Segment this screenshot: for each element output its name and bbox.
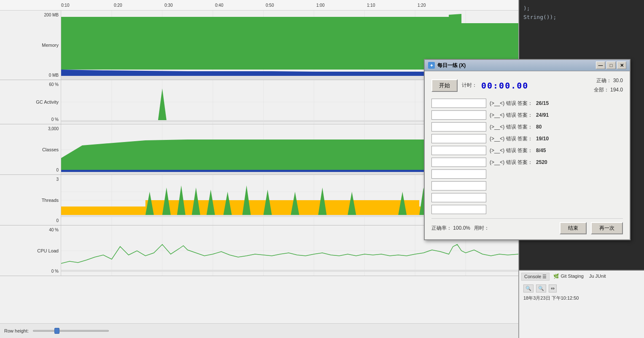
dialog-title: 每日一练 (X) <box>437 62 466 69</box>
threads-y-top: 3 <box>56 177 59 182</box>
row-height-label: Row height: <box>4 328 29 333</box>
minimize-button[interactable]: — <box>596 62 605 69</box>
again-button[interactable]: 再一次 <box>591 222 623 234</box>
console-tabs: Console ☰ 🌿 Git Staging Ju JUnit <box>521 273 642 281</box>
row-height-slider[interactable] <box>33 330 109 332</box>
gc-label: GC Activity <box>36 99 59 105</box>
memory-label: Memory <box>42 43 59 48</box>
question-answer-0: 26/15 <box>536 100 549 106</box>
code-content: ); String()); <box>523 4 640 22</box>
cpu-y-top: 40 % <box>49 228 59 232</box>
answer-input-1[interactable] <box>431 110 486 120</box>
collapse-btn[interactable]: ⇔ <box>549 284 557 292</box>
question-operator-2: (>__<) 错误 答案： <box>490 123 533 131</box>
accuracy-label: 正确率： <box>431 225 452 231</box>
question-answer-3: 19/10 <box>536 136 549 142</box>
close-button[interactable]: ✕ <box>617 62 626 69</box>
search-btn[interactable]: 🔍 <box>523 284 534 292</box>
console-content: 🔍 🔍 ⇔ 18年3月23日 下午10:12:50 <box>521 281 642 303</box>
question-row-3: (>__<) 错误 答案：19/10 <box>431 134 623 143</box>
console-panel: Console ☰ 🌿 Git Staging Ju JUnit 🔍 🔍 ⇔ 1… <box>519 270 644 338</box>
question-row-2: (>__<) 错误 答案：80 <box>431 122 623 131</box>
svg-marker-63 <box>61 212 146 215</box>
time-tick-6: 1:00 <box>316 3 324 8</box>
classes-label: Classes <box>42 147 59 152</box>
empty-input-3[interactable] <box>431 193 486 202</box>
timer-label: 计时： <box>462 82 477 89</box>
svg-marker-21 <box>158 89 167 120</box>
answer-input-0[interactable] <box>431 99 486 108</box>
score-info: 正确： 30.0 全部： 194.0 <box>594 76 623 94</box>
question-operator-0: (>__<) 错误 答案： <box>490 100 533 107</box>
question-operator-1: (>__<) 错误 答案： <box>490 112 533 119</box>
question-row-4: (>__<) 错误 答案：8/45 <box>431 146 623 155</box>
time-axis: 0:10 0:20 0:30 0:40 0:50 1:00 1:10 1:20 <box>0 0 518 11</box>
tab-console[interactable]: Console ☰ <box>521 273 550 281</box>
question-answer-1: 24/91 <box>536 112 549 118</box>
gc-y-bottom: 0 % <box>51 117 59 122</box>
classes-y-bottom: 0 <box>56 168 59 172</box>
correct-value: 30.0 <box>613 78 623 83</box>
time-tick-3: 0:30 <box>164 3 172 8</box>
console-toolbar: 🔍 🔍 ⇔ <box>523 284 640 292</box>
total-label: 全部： <box>594 87 609 93</box>
answer-input-4[interactable] <box>431 146 486 155</box>
maximize-button[interactable]: □ <box>606 62 616 69</box>
memory-y-top: 200 MB <box>44 13 59 17</box>
time-tick-4: 0:40 <box>215 3 223 8</box>
tab-junit[interactable]: Ju JUnit <box>587 273 608 281</box>
footer-buttons: 结束 再一次 <box>560 222 623 234</box>
answer-input-2[interactable] <box>431 122 486 131</box>
total-value: 194.0 <box>610 87 623 93</box>
question-operator-5: (>__<) 错误 答案： <box>490 159 533 166</box>
dialog-body: 开始 计时： 00:00.00 正确： 30.0 全部： 194.0 (>__<… <box>425 71 630 239</box>
gc-y-top: 60 % <box>49 82 59 87</box>
empty-input-1[interactable] <box>431 169 486 179</box>
time-tick-8: 1:20 <box>418 3 426 8</box>
footer-accuracy: 正确率： 100.0% 用时： <box>431 225 492 232</box>
timer-display: 00:00.00 <box>481 80 528 91</box>
cpu-label: CPU Load <box>37 248 59 253</box>
end-button[interactable]: 结束 <box>560 222 587 234</box>
code-line-1: ); <box>523 4 640 13</box>
dialog-footer: 正确率： 100.0% 用时： 结束 再一次 <box>431 218 623 234</box>
dialog-title-left: ✦ 每日一练 (X) <box>428 62 466 69</box>
time-tick-7: 1:10 <box>367 3 375 8</box>
daily-practice-dialog: ✦ 每日一练 (X) — □ ✕ 开始 计时： 00:00.00 正确： 30.… <box>424 59 631 240</box>
slider-thumb[interactable] <box>54 328 59 334</box>
classes-y-top: 3,000 <box>48 126 59 131</box>
time-tick-1: 0:10 <box>61 3 69 8</box>
question-answer-2: 80 <box>536 124 542 130</box>
search-next-btn[interactable]: 🔍 <box>536 284 546 292</box>
svg-rect-73 <box>61 270 518 272</box>
question-operator-4: (>__<) 错误 答案： <box>490 147 533 154</box>
time-used-label: 用时： <box>474 225 489 231</box>
accuracy-value: 100.0% <box>453 225 470 231</box>
question-row-5: (>__<) 错误 答案：2520 <box>431 158 623 167</box>
console-timestamp: 18年3月23日 下午10:12:50 <box>523 295 640 301</box>
threads-label: Threads <box>42 198 59 203</box>
code-line-2: String()); <box>523 13 640 22</box>
question-answer-5: 2520 <box>536 159 547 165</box>
tab-git-staging[interactable]: 🌿 Git Staging <box>552 273 585 281</box>
dialog-window-controls: — □ ✕ <box>596 62 626 69</box>
answer-input-3[interactable] <box>431 134 486 143</box>
answer-input-5[interactable] <box>431 158 486 167</box>
empty-input-2[interactable] <box>431 181 486 190</box>
question-operator-3: (>__<) 错误 答案： <box>490 135 533 142</box>
dialog-app-icon: ✦ <box>428 62 435 69</box>
dialog-titlebar: ✦ 每日一练 (X) — □ ✕ <box>425 60 630 71</box>
question-row-1: (>__<) 错误 答案：24/91 <box>431 110 623 120</box>
timer-row: 开始 计时： 00:00.00 正确： 30.0 全部： 194.0 <box>431 76 623 94</box>
memory-y-bottom: 0 MB <box>49 73 59 78</box>
questions-container: (>__<) 错误 答案：26/15(>__<) 错误 答案：24/91(>__… <box>431 99 623 167</box>
question-answer-4: 8/45 <box>536 148 546 153</box>
cpu-y-bottom: 0 % <box>51 269 59 274</box>
empty-input-4[interactable] <box>431 205 486 214</box>
correct-label: 正确： <box>596 78 612 83</box>
start-button[interactable]: 开始 <box>431 79 458 92</box>
time-tick-2: 0:20 <box>114 3 122 8</box>
row-height-bar: Row height: <box>0 323 518 338</box>
threads-y-bottom: 0 <box>56 218 59 223</box>
question-row-0: (>__<) 错误 答案：26/15 <box>431 99 623 108</box>
